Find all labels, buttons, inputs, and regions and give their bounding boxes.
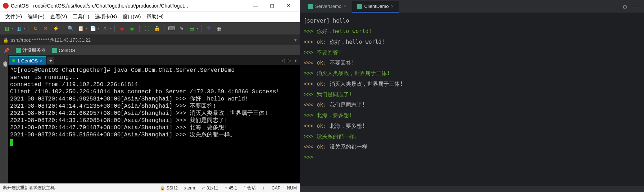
new-tab-button[interactable]: + <box>47 57 54 64</box>
console-line: >>> 北海，要多想! <box>304 110 640 121</box>
bookmark-item[interactable]: 计设服务器 <box>14 46 47 54</box>
status-pos: ≡ 45,1 <box>225 186 237 191</box>
address-bar[interactable]: 🔒 ssh://root:**********@121.43.173.31:22… <box>0 34 300 45</box>
menu-item[interactable]: 文件(F) <box>3 13 24 21</box>
menu-item[interactable]: 工具(T) <box>70 13 92 21</box>
console-line: >>> 没关系的都一样。 <box>304 131 640 142</box>
status-cap: CAP <box>272 186 281 191</box>
search-icon[interactable]: 🔍 <box>66 24 75 33</box>
font-icon[interactable]: A <box>101 24 109 33</box>
gear-icon[interactable]: ⚙ <box>620 1 630 13</box>
terminal-line: 2021-08-08T20:44:14.471235+08:00[Asia/Sh… <box>10 103 298 110</box>
run-tab[interactable]: ServerDemo× <box>303 1 352 13</box>
keyboard-icon[interactable]: ⌨ <box>167 24 176 33</box>
tab-list-icon[interactable]: ▾ <box>293 58 298 63</box>
hide-panel-icon[interactable]: — <box>630 1 641 13</box>
toolbar: ▥▾ ▥▾ ↻ ✖ ⚡ 🔍 📋▾ 📄▾ A▾ ◉ ◉ ⛶ 🔒 ⌨ ✎ ▤▾ ? … <box>0 22 300 34</box>
console-line: <<< ok: 我们是同志了! <box>304 100 640 110</box>
upload-icon[interactable]: ▤ <box>187 24 196 33</box>
ide-panel: ServerDemo×ClientDemo× ⚙ — [server] hell… <box>300 0 644 192</box>
console-line: >>> 我们是同志了! <box>304 89 640 100</box>
run-tabs: ServerDemo×ClientDemo× ⚙ — <box>300 0 644 13</box>
close-button[interactable]: ✕ <box>280 0 297 11</box>
console-line: <<< ok: 北海，要多想! <box>304 121 640 131</box>
console-output[interactable]: [server] hello>>> 你好，hello world!<<< ok:… <box>300 13 644 186</box>
titlebar[interactable]: CentOS - root@CentOS:/usr/local/src/Chat… <box>0 0 300 11</box>
address-text: ssh://root:**********@121.43.173.31:22 <box>11 37 294 43</box>
tab-prev-icon[interactable]: ◁ <box>280 58 286 63</box>
cursor <box>10 139 13 146</box>
paste-icon[interactable]: 📄 <box>89 24 97 33</box>
ide-statusbar <box>300 186 644 192</box>
tab-next-icon[interactable]: ▷ <box>286 58 293 63</box>
console-line: [server] hello <box>304 16 640 26</box>
bookmark-item[interactable]: CentOS <box>51 47 77 54</box>
minimize-button[interactable]: — <box>247 0 264 11</box>
console-line: >>> 不要回答! <box>304 47 640 58</box>
terminal-tab[interactable]: 1 CentOS × <box>9 56 46 65</box>
terminal-window: CentOS - root@CentOS:/usr/local/src/Chat… <box>0 0 300 192</box>
lock-icon: 🔒 <box>3 37 9 43</box>
record-icon[interactable]: ◉ <box>118 24 126 33</box>
status-traffic-icon: ↑↓ <box>262 186 265 191</box>
menubar: 文件(F)编辑(E)查看(V)工具(T)选项卡(B)窗口(W)帮助(H) <box>0 11 300 22</box>
run-tab[interactable]: ClientDemo× <box>352 1 399 13</box>
menu-item[interactable]: 查看(V) <box>48 13 70 21</box>
session-manager-tab[interactable]: 会话管理器 <box>0 55 8 183</box>
server-icon <box>52 48 57 53</box>
bookmark-bar: 📌 计设服务器 CentOS <box>0 45 300 55</box>
status-sessions: 1 会话 <box>244 185 256 191</box>
console-line: <<< ok: 不要回答! <box>304 58 640 68</box>
terminal-output[interactable]: ^C[root@CentOS ChatTogether]# java Com.D… <box>8 65 300 183</box>
run-config-icon <box>357 4 362 9</box>
address-dropdown-icon[interactable]: ▾ <box>294 37 297 43</box>
terminal-line: 2021-08-08T20:44:33.162085+08:00[Asia/Sh… <box>10 117 298 124</box>
console-line: <<< ok: 你好，hello world! <box>304 37 640 47</box>
terminal-line: 2021-08-08T20:44:59.515964+08:00[Asia/Sh… <box>10 131 298 139</box>
open-icon[interactable]: ▥ <box>14 24 23 33</box>
terminal-line: server is running... <box>10 74 298 81</box>
bookmark-label: CentOS <box>59 48 75 53</box>
tab-bar: 1 CentOS × + ◁ ▷ ▾ <box>8 55 300 65</box>
terminal-line: 2021-08-08T20:44:06.982581+08:00[Asia/Sh… <box>10 95 298 103</box>
copy-icon[interactable]: 📋 <box>76 24 85 33</box>
app-icon <box>3 3 9 9</box>
fullscreen-icon[interactable]: ⛶ <box>142 24 151 33</box>
lock-icon[interactable]: 🔒 <box>153 24 161 33</box>
highlight-icon[interactable]: ✎ <box>177 24 186 33</box>
console-line: >>> <box>304 152 640 163</box>
menu-item[interactable]: 窗口(W) <box>120 13 144 21</box>
console-line: >>> 你好，hello world! <box>304 26 640 37</box>
tab-close-icon[interactable]: × <box>40 58 43 64</box>
bookmark-add-icon[interactable]: 📌 <box>2 47 11 54</box>
server-icon <box>16 48 21 53</box>
play-icon[interactable]: ◉ <box>128 24 136 33</box>
status-size: ⤢ 81x11 <box>201 186 218 191</box>
tab-close-icon[interactable]: × <box>391 4 394 9</box>
menu-item[interactable]: 编辑(E) <box>25 13 47 21</box>
reconnect-icon[interactable]: ↻ <box>31 24 40 33</box>
bookmark-label: 计设服务器 <box>22 47 46 53</box>
tab-label: ClientDemo <box>364 4 389 9</box>
console-line: <<< ok: 消灭人类暴政，世界属于三体! <box>304 79 640 89</box>
status-bar: 断开连接重新尝试连接主机. 🔒 SSH2 xterm ⤢ 81x11 ≡ 45,… <box>0 183 300 192</box>
console-line: >>> 消灭人类暴政，世界属于三体! <box>304 68 640 79</box>
new-session-icon[interactable]: ▥ <box>2 24 11 33</box>
status-dot-icon <box>12 59 15 62</box>
tab-close-icon[interactable]: × <box>344 4 346 9</box>
terminal-line: connected from /119.102.250.226:61814 <box>10 81 298 88</box>
tab-label: ServerDemo <box>315 4 341 9</box>
settings-icon[interactable]: ▦ <box>214 24 223 33</box>
status-num: NUM <box>287 186 297 191</box>
status-term: xterm <box>184 186 195 191</box>
menu-item[interactable]: 选项卡(B) <box>92 13 119 21</box>
help-icon[interactable]: ? <box>204 24 213 33</box>
disconnect-icon[interactable]: ✖ <box>41 24 50 33</box>
maximize-button[interactable]: ▢ <box>264 0 280 11</box>
window-title: CentOS - root@CentOS:/usr/local/src/Chat… <box>11 3 247 9</box>
menu-item[interactable]: 帮助(H) <box>144 13 166 21</box>
terminal-line: 2021-08-08T20:44:26.662957+08:00[Asia/Sh… <box>10 110 298 117</box>
quick-connect-icon[interactable]: ⚡ <box>51 24 60 33</box>
console-line: <<< ok: 没关系的都一样。 <box>304 142 640 152</box>
status-message: 断开连接重新尝试连接主机. <box>3 185 153 191</box>
